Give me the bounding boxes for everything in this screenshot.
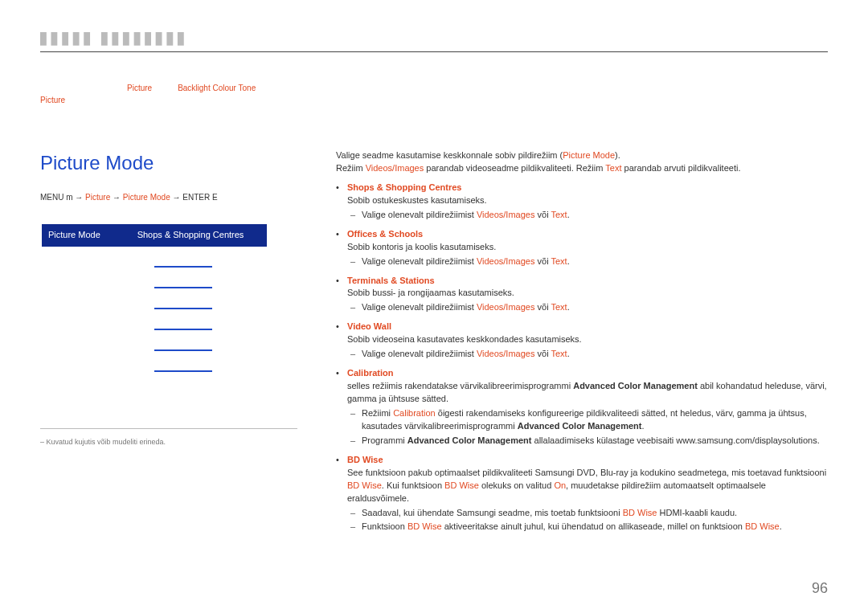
bc-enter: → ENTER E xyxy=(170,193,218,202)
text: parandab arvuti pildikvaliteeti. xyxy=(621,163,740,173)
mode-shops: Shops & Shopping Centres Sobib ostukesku… xyxy=(336,182,828,222)
text: Režiimi xyxy=(362,408,393,418)
mode-videowall: Video Wall Sobib videoseina kasutavates … xyxy=(336,321,828,361)
mode-bdwise: BD Wise See funktsioon pakub optimaalset… xyxy=(336,454,828,534)
hl-bdwise: BD Wise xyxy=(444,480,479,490)
ui-mock: Picture Mode Shops & Shopping Centres xyxy=(42,224,297,372)
text: või xyxy=(534,349,551,358)
text: Režiim xyxy=(336,163,366,173)
bc-mode: Picture Mode xyxy=(123,193,170,202)
hl-bdwise: BD Wise xyxy=(623,508,657,517)
mode-sub: Valige olenevalt pildirežiimist Videos/I… xyxy=(347,348,828,361)
intro-picture-1: Picture xyxy=(127,84,152,92)
mode-offices: Offices & Schools Sobib kontoris ja kool… xyxy=(336,228,828,268)
bold-acm: Advanced Color Management xyxy=(407,435,532,445)
text: Valige olenevalt pildirežiimist xyxy=(362,256,477,266)
right-column: Valige seadme kasutamise keskkonnale sob… xyxy=(336,149,828,540)
picture-mode-value: Shops & Shopping Centres xyxy=(121,229,260,242)
hl-videos-images: Videos/Images xyxy=(366,163,424,173)
text: Valige olenevalt pildirežiimist xyxy=(362,349,477,358)
mode-sub: Programmi Advanced Color Management alla… xyxy=(347,435,828,447)
text: . xyxy=(641,421,644,431)
text: . xyxy=(567,349,570,358)
bc-prefix: MENU m → xyxy=(40,193,85,202)
mode-desc: Sobib videoseina kasutavates keskkondade… xyxy=(347,334,582,344)
mode-desc: Sobib bussi- ja rongijaamas kasutamiseks… xyxy=(347,288,514,297)
ui-bar xyxy=(154,329,212,330)
hl-videos-images: Videos/Images xyxy=(477,210,535,219)
intro-block: PictureBacklight Colour Tone Picture xyxy=(40,70,828,130)
text: Valige olenevalt pildirežiimist xyxy=(362,210,477,219)
text: või xyxy=(534,210,551,219)
ui-bar xyxy=(154,266,212,268)
text: Funktsioon xyxy=(362,521,407,531)
bc-picture: Picture xyxy=(85,193,110,202)
mode-sub: Saadaval, kui ühendate Samsungi seadme, … xyxy=(347,507,828,520)
mode-sub: Funktsioon BD Wise aktiveeritakse ainult… xyxy=(347,521,828,533)
bold-acm: Advanced Color Management xyxy=(518,421,642,431)
text: . xyxy=(780,521,782,531)
hl-bdwise: BD Wise xyxy=(745,521,780,531)
mode-sub: Režiimi Calibration õigesti rakendamisek… xyxy=(347,407,828,433)
bold-acm: Advanced Color Management xyxy=(573,381,698,390)
hl-text: Text xyxy=(551,349,567,358)
page-number: 96 xyxy=(812,578,828,599)
mode-title: Terminals & Stations xyxy=(347,276,435,285)
text: aktiveeritakse ainult juhul, kui ühendat… xyxy=(442,521,745,531)
text: Saadaval, kui ühendate Samsungi seadme, … xyxy=(362,508,623,517)
mode-sub: Valige olenevalt pildirežiimist Videos/I… xyxy=(347,301,828,314)
intro-backlight-colourtone: Backlight Colour Tone xyxy=(178,84,256,92)
mode-title: Offices & Schools xyxy=(347,229,423,239)
hl-on: On xyxy=(554,480,566,490)
hl-text: Text xyxy=(551,256,567,266)
mode-calibration: Calibration selles režiimis rakendatakse… xyxy=(336,367,828,447)
text: parandab videoseadme pildikvaliteeti. Re… xyxy=(424,163,605,173)
hl-text: Text xyxy=(605,163,621,173)
mode-title: Shops & Shopping Centres xyxy=(347,182,461,192)
text: või xyxy=(534,256,551,266)
picture-mode-label: Picture Mode xyxy=(48,229,121,242)
bc-arrow: → xyxy=(110,193,123,202)
text: See funktsioon pakub optimaalset pildikv… xyxy=(347,468,826,477)
mode-title: Video Wall xyxy=(347,321,391,331)
text: või xyxy=(534,302,551,312)
intro-picture-2: Picture xyxy=(40,96,65,104)
hl-text: Text xyxy=(551,302,567,312)
footnote: – Kuvatud kujutis võib mudeliti erineda. xyxy=(40,428,297,447)
picture-mode-row[interactable]: Picture Mode Shops & Shopping Centres xyxy=(42,224,267,247)
text: . xyxy=(567,302,570,312)
ui-bar xyxy=(154,308,212,309)
text: . xyxy=(567,210,570,219)
blurred-chapter-text: ▌▌▌▌▌▐▐▐▐▐▐▐▐ xyxy=(40,32,828,47)
hl-text: Text xyxy=(551,210,567,219)
mode-sub: Valige olenevalt pildirežiimist Videos/I… xyxy=(347,255,828,268)
hl-calibration: Calibration xyxy=(393,408,436,418)
text: HDMI-kaabli kaudu. xyxy=(657,508,737,517)
ui-lines xyxy=(154,266,297,372)
mode-desc: Sobib kontoris ja koolis kasutamiseks. xyxy=(347,242,496,251)
text: . xyxy=(567,256,570,266)
mode-title: Calibration xyxy=(347,368,393,378)
ui-bar xyxy=(154,370,212,372)
hl-videos-images: Videos/Images xyxy=(477,256,535,266)
mode-list: Shops & Shopping Centres Sobib ostukesku… xyxy=(336,182,828,534)
ui-bar xyxy=(154,349,212,351)
menu-breadcrumb: MENU m → Picture → Picture Mode → ENTER … xyxy=(40,192,297,204)
mode-terminals: Terminals & Stations Sobib bussi- ja ron… xyxy=(336,275,828,315)
text: Programmi xyxy=(362,435,407,445)
chapter-header: ▌▌▌▌▌▐▐▐▐▐▐▐▐ xyxy=(40,32,828,52)
text: selles režiimis rakendatakse värvikalibr… xyxy=(347,381,573,390)
mode-title: BD Wise xyxy=(347,455,383,464)
hl-bdwise: BD Wise xyxy=(347,480,382,490)
text: ). xyxy=(615,150,620,160)
left-column: Picture Mode MENU m → Picture → Picture … xyxy=(40,149,297,540)
hl-bdwise: BD Wise xyxy=(407,521,442,531)
text: . Kui funktsioon xyxy=(382,480,444,490)
hl-videos-images: Videos/Images xyxy=(477,349,535,358)
ui-bar xyxy=(154,287,212,288)
hl-picture-mode: Picture Mode xyxy=(563,150,615,160)
option-title: Picture Mode xyxy=(40,149,297,178)
intro-para-1: Valige seadme kasutamise keskkonnale sob… xyxy=(336,149,828,162)
text: olekuks on valitud xyxy=(479,480,555,490)
intro-para-2: Režiim Videos/Images parandab videoseadm… xyxy=(336,162,828,175)
